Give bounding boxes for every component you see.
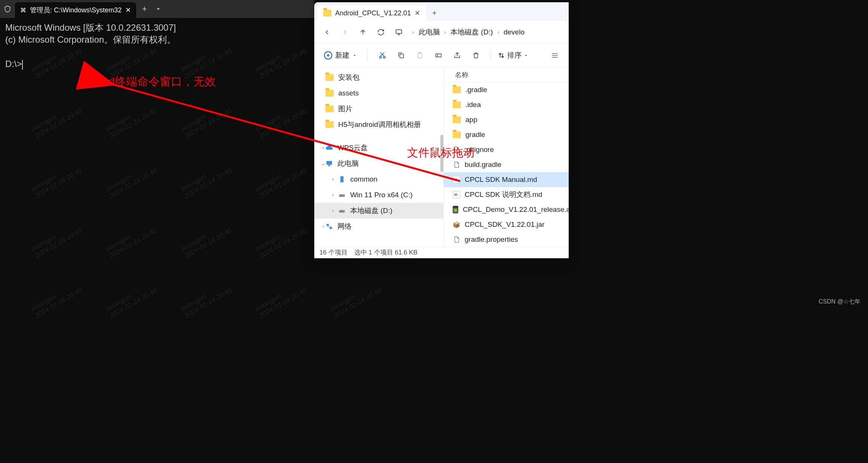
svg-rect-7 [327,161,332,165]
file-icon [453,161,460,168]
svg-point-13 [343,211,344,212]
paste-button[interactable] [412,48,428,63]
folder-icon [453,101,461,108]
share-button[interactable] [449,48,465,63]
file-row[interactable]: ▣CPCL_Demo_V1.22.01_release.apk [444,202,569,217]
folder-icon [326,74,334,81]
sidebar-label: 本地磁盘 (D:) [350,206,392,216]
apk-icon: ▣ [453,206,458,213]
chevron-down-icon [352,53,357,58]
sidebar-item[interactable]: assets [314,85,443,101]
file-row[interactable]: 📦CPCL_SDK_V1.22.01.jar [444,217,569,232]
file-row[interactable]: gradle [444,127,569,142]
file-icon [453,236,460,243]
folder-icon [453,116,461,123]
sidebar-label: common [350,175,378,183]
sort-label: 排序 [507,51,522,60]
folder-icon [326,121,334,128]
file-row[interactable]: .gradle [444,82,569,97]
statusbar: 16 个项目 选中 1 个项目 61.6 KB [314,246,569,258]
file-name: CPCL_Demo_V1.22.01_release.apk [463,205,569,214]
status-selected: 选中 1 个项目 61.6 KB [354,248,418,257]
svg-point-11 [343,195,344,196]
breadcrumb-item[interactable]: develo [501,27,527,38]
delete-button[interactable] [468,48,484,63]
annotation-right: 文件鼠标拖动 [407,145,474,161]
drive-icon [338,191,346,199]
monitor-icon[interactable] [391,24,407,40]
folder-icon [453,131,461,138]
terminal-tab[interactable]: ⌘ 管理员: C:\Windows\System32 ✕ [15,2,136,18]
file-row[interactable]: gradle.properties [444,232,569,246]
file-list: .gradle.ideaappgradle.gitignorebuild.gra… [444,82,569,246]
file-name: app [465,116,477,124]
explorer-titlebar: Android_CPCL_V1.22.01 ✕ + [314,2,569,21]
file-name: gradle [465,131,485,139]
file-row[interactable]: .idea [444,97,569,112]
chevron-right-icon[interactable]: › [329,208,337,213]
sidebar-label: WPS云盘 [337,143,368,153]
file-name: .gradle [465,86,487,94]
refresh-button[interactable] [373,24,389,40]
explorer-tab[interactable]: Android_CPCL_V1.22.01 ✕ [317,5,426,21]
file-header[interactable]: 名称 [444,67,569,82]
markdown-icon: M↓ [453,176,460,183]
jar-icon: 📦 [453,221,460,228]
svg-point-1 [380,56,382,58]
new-button[interactable]: + 新建 [320,48,361,63]
close-icon[interactable]: ✕ [415,9,420,17]
sidebar-item-network[interactable]: › 网络 [314,219,443,234]
sidebar-item-drive[interactable]: › common [314,171,443,187]
terminal-window: ⌘ 管理员: C:\Windows\System32 ✕ + Microsoft… [0,0,314,463]
chevron-down-icon [524,53,528,58]
sidebar-label: 网络 [337,222,352,231]
tab-dropdown[interactable] [153,5,164,13]
cut-button[interactable] [375,48,390,63]
copy-button[interactable] [393,48,409,63]
sidebar-item-drive-selected[interactable]: › 本地磁盘 (D:) [314,203,443,219]
chevron-right-icon[interactable]: › [320,224,327,229]
column-name: 名称 [455,70,468,79]
markdown-icon: M↓ [453,191,460,198]
chevron-right-icon[interactable]: › [329,192,337,198]
terminal-body[interactable]: Microsoft Windows [版本 10.0.22631.3007] (… [0,18,314,75]
explorer-new-tab[interactable]: + [426,5,443,21]
terminal-prompt: D:\> [5,59,22,69]
new-tab-button[interactable]: + [136,1,153,16]
file-name: build.gradle [465,161,501,169]
sidebar-item[interactable]: H5与android调用相机相册 [314,117,443,132]
terminal-cursor [22,60,23,70]
file-row[interactable]: app [444,112,569,127]
chevron-right-icon: › [444,29,446,35]
drive-icon [338,207,346,214]
sidebar-item[interactable]: 安装包 [314,70,443,85]
sidebar-label: 安装包 [338,73,360,82]
breadcrumb: › 此电脑 › 本地磁盘 (D:) › develo [412,26,527,39]
file-row[interactable]: M↓CPCL SDK Manual.md [444,172,569,187]
watermark: lixiongjun2024-01-24 20:40 [329,280,383,320]
back-button[interactable] [319,24,335,40]
sort-button[interactable]: 排序 [498,51,528,60]
chevron-down-icon[interactable]: ⌄ [320,161,327,166]
close-icon[interactable]: ✕ [125,6,131,14]
explorer-window: Android_CPCL_V1.22.01 ✕ + › 此电脑 › 本地磁盘 (… [314,2,569,258]
chevron-right-icon[interactable]: › [320,145,327,150]
breadcrumb-item[interactable]: 此电脑 [416,26,442,39]
up-button[interactable] [355,24,371,40]
file-name: .idea [465,101,481,109]
svg-rect-6 [436,54,441,57]
chevron-right-icon[interactable]: › [329,177,337,182]
file-row[interactable]: M↓CPCL SDK 说明文档.md [444,187,569,202]
terminal-tab-title: 管理员: C:\Windows\System32 [30,6,122,15]
sidebar-label: 此电脑 [337,159,359,168]
sidebar-item[interactable]: 图片 [314,101,443,117]
chevron-right-icon: › [412,29,414,35]
status-count: 16 个项目 [320,248,348,257]
rename-button[interactable] [431,48,446,63]
forward-button[interactable] [337,24,353,40]
sidebar-item-drive[interactable]: › Win 11 Pro x64 (C:) [314,187,443,203]
breadcrumb-item[interactable]: 本地磁盘 (D:) [448,26,495,39]
explorer-toolbar: + 新建 排序 [314,43,569,67]
view-button[interactable] [547,48,563,63]
svg-rect-3 [400,54,404,58]
